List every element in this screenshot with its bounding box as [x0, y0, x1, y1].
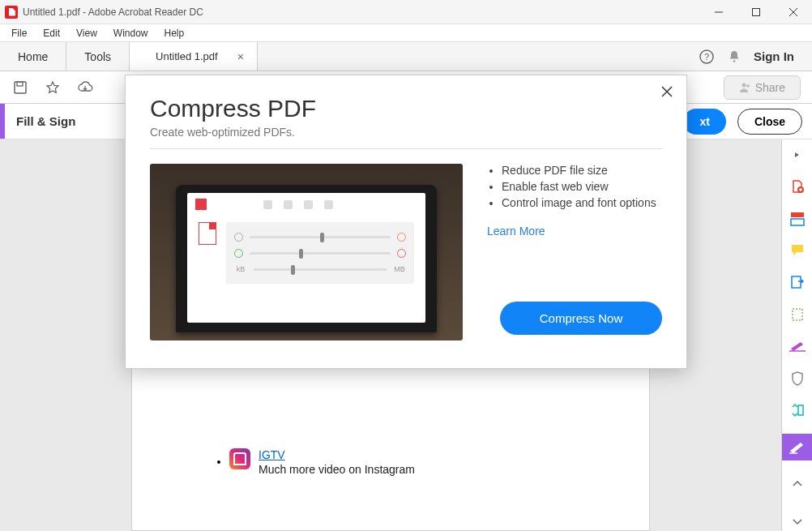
compress-now-button[interactable]: Compress Now — [500, 302, 662, 335]
comment-icon[interactable] — [788, 242, 806, 259]
create-pdf-icon[interactable] — [788, 178, 806, 195]
svg-rect-15 — [791, 212, 804, 217]
tab-home[interactable]: Home — [0, 42, 66, 71]
fill-sign-tool-icon[interactable] — [782, 434, 813, 460]
expand-rail-icon[interactable] — [788, 146, 806, 163]
redact-icon[interactable] — [788, 338, 806, 355]
scroll-up-icon[interactable] — [788, 475, 806, 492]
window-title: Untitled 1.pdf - Adobe Acrobat Reader DC — [23, 6, 700, 18]
compress-pdf-dialog: Compress PDF Create web-optimized PDFs. … — [125, 75, 687, 369]
window-close-button[interactable] — [775, 0, 812, 24]
menu-view[interactable]: View — [68, 26, 105, 41]
next-button[interactable]: xt — [683, 109, 725, 135]
organize-pages-icon[interactable] — [788, 306, 806, 323]
menu-help[interactable]: Help — [156, 26, 193, 41]
bullet-1: Reduce PDF file size — [502, 164, 662, 177]
svg-rect-18 — [793, 309, 802, 320]
menu-edit[interactable]: Edit — [35, 26, 68, 41]
svg-text:?: ? — [704, 52, 709, 62]
svg-rect-7 — [15, 82, 26, 93]
tab-close-icon[interactable]: × — [237, 50, 244, 63]
tab-document-label: Untitled 1.pdf — [156, 50, 218, 62]
help-icon[interactable]: ? — [699, 49, 715, 65]
scroll-down-icon[interactable] — [788, 514, 806, 531]
share-button: Share — [724, 75, 801, 100]
bullet-3: Control image and font options — [502, 196, 662, 209]
close-button[interactable]: Close — [737, 109, 802, 135]
dialog-subtitle: Create web-optimized PDFs. — [150, 126, 662, 139]
igtv-subtitle: Much more video on Instagram — [259, 463, 415, 476]
tools-side-rail — [781, 139, 812, 531]
share-label: Share — [755, 81, 785, 94]
svg-point-9 — [741, 83, 746, 87]
igtv-link[interactable]: IGTV — [259, 448, 285, 461]
person-add-icon — [739, 82, 750, 93]
fill-sign-label: Fill & Sign — [5, 114, 87, 128]
svg-rect-20 — [798, 405, 803, 415]
menu-file[interactable]: File — [3, 26, 35, 41]
feature-bullets: Reduce PDF file size Enable fast web vie… — [487, 164, 662, 209]
protect-icon[interactable] — [788, 370, 806, 387]
compress-pdf-icon[interactable] — [788, 402, 806, 419]
tab-bar: Home Tools Untitled 1.pdf × ? Sign In — [0, 42, 812, 71]
menu-window[interactable]: Window — [105, 26, 156, 41]
svg-rect-1 — [753, 8, 760, 15]
cloud-icon[interactable] — [76, 79, 94, 96]
igtv-icon — [229, 448, 250, 469]
sign-in-button[interactable]: Sign In — [754, 49, 794, 63]
acrobat-app-icon — [5, 6, 18, 19]
save-icon[interactable] — [11, 79, 29, 96]
preview-image: kBMB — [150, 164, 463, 340]
tab-tools[interactable]: Tools — [66, 42, 130, 71]
dialog-close-icon[interactable] — [660, 85, 675, 100]
maximize-button[interactable] — [737, 0, 775, 24]
title-bar: Untitled 1.pdf - Adobe Acrobat Reader DC — [0, 0, 812, 24]
star-icon[interactable] — [44, 79, 62, 96]
dialog-title: Compress PDF — [150, 95, 662, 122]
tab-document[interactable]: Untitled 1.pdf × — [130, 42, 258, 71]
svg-rect-16 — [791, 219, 804, 225]
svg-rect-17 — [792, 276, 801, 288]
learn-more-link[interactable]: Learn More — [487, 225, 545, 238]
export-pdf-icon[interactable] — [788, 274, 806, 291]
bell-icon[interactable] — [726, 49, 742, 65]
svg-point-6 — [733, 60, 736, 62]
minimize-button[interactable] — [700, 0, 737, 24]
combine-files-icon[interactable] — [788, 210, 806, 227]
bullet-2: Enable fast web view — [502, 180, 662, 193]
menu-bar: File Edit View Window Help — [0, 24, 812, 42]
